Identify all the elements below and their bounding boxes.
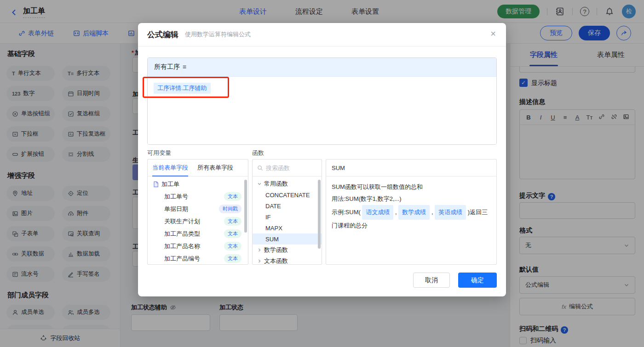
example-token: 数学成绩 [398, 205, 430, 220]
form-doc-icon [153, 181, 159, 188]
cancel-button[interactable]: 取消 [413, 273, 450, 288]
function-search [253, 159, 322, 176]
variables-section-label: 可用变量 [147, 149, 171, 157]
function-item-selected[interactable]: SUM [253, 233, 322, 245]
function-description-panel: SUM SUM函数可以获取一组数值的总和 用法:SUM(数字1,数字2,...)… [326, 159, 497, 265]
function-group-common[interactable]: 常用函数 [253, 178, 322, 189]
chevron-down-icon [257, 182, 262, 186]
formula-expression-area[interactable]: 工序详情.工序辅助 [148, 77, 496, 145]
confirm-button[interactable]: 确定 [458, 273, 497, 288]
field-type-badge: 文本 [224, 192, 242, 201]
variables-scrollbar-thumb[interactable] [244, 180, 247, 233]
function-search-input[interactable] [266, 165, 312, 171]
function-item[interactable]: DATE [253, 200, 322, 211]
example-line: 示例:SUM( 语文成绩 , 数学成绩 , 英语成绩 )返回三门课程的总分 [332, 205, 491, 232]
equals-sign: = [183, 63, 186, 71]
dialog-title: 公式编辑 [147, 29, 178, 40]
dialog-header: 公式编辑 使用数学运算符编辑公式 [138, 23, 506, 46]
dialog-subtitle: 使用数学运算符编辑公式 [185, 30, 251, 39]
tab-current-form-fields[interactable]: 当前表单字段 [148, 159, 193, 176]
function-group-math[interactable]: 数学函数 [253, 245, 322, 256]
variable-row[interactable]: 加工产品名称文本 [148, 240, 248, 252]
description-line: SUM函数可以获取一组数值的总和 [332, 181, 491, 193]
field-type-badge: 时间戳 [219, 205, 242, 213]
search-icon [257, 165, 263, 171]
dialog-footer: 取消 确定 [413, 273, 497, 288]
function-item[interactable]: IF [253, 211, 322, 222]
function-name-header: SUM [326, 159, 496, 176]
variable-row[interactable]: 关联生产计划文本 [148, 215, 248, 228]
variables-tabs: 当前表单字段 所有表单字段 [148, 159, 248, 176]
function-item[interactable]: CONCATENATE [253, 189, 322, 200]
close-icon[interactable]: × [490, 29, 496, 38]
functions-panel: 常用函数 CONCATENATE DATE IF MAPX SUM 数学函数 文… [252, 159, 322, 265]
variable-row[interactable]: 加工产品编号文本 [148, 252, 248, 265]
functions-section-label: 函数 [252, 149, 264, 157]
variable-row[interactable]: 加工单号文本 [148, 190, 248, 203]
example-token: 语文成绩 [362, 205, 393, 220]
tab-all-form-fields[interactable]: 所有表单字段 [193, 159, 238, 176]
formula-target-name: 所有工序 [154, 63, 180, 71]
variables-panel: 当前表单字段 所有表单字段 加工单 加工单号文本 单据日期时间戳 关联生产计划文… [147, 159, 248, 265]
function-group-text[interactable]: 文本函数 [253, 256, 322, 265]
variable-row[interactable]: 加工产品类型文本 [148, 228, 248, 240]
variables-tree-root[interactable]: 加工单 [148, 176, 248, 190]
example-token: 英语成绩 [435, 205, 466, 220]
form-designer-app: 加工单 表单设计 流程设定 表单设置 数据管理 ? 检 表单外链 [0, 0, 644, 347]
function-item[interactable]: MAPX [253, 222, 322, 233]
function-description-body: SUM函数可以获取一组数值的总和 用法:SUM(数字1,数字2,...) 示例:… [326, 176, 496, 236]
formula-editor-box: 所有工序 = 工序详情.工序辅助 [147, 57, 497, 145]
field-type-badge: 文本 [224, 254, 242, 263]
formula-field-token[interactable]: 工序详情.工序辅助 [154, 83, 211, 94]
functions-scrollbar-thumb[interactable] [318, 180, 321, 249]
field-type-badge: 文本 [224, 229, 242, 238]
variable-row[interactable]: 单据日期时间戳 [148, 203, 248, 215]
chevron-right-icon [257, 248, 262, 252]
formula-target-row: 所有工序 = [148, 58, 496, 77]
field-type-badge: 文本 [224, 217, 242, 226]
chevron-right-icon [257, 259, 262, 263]
usage-line: 用法:SUM(数字1,数字2,...) [332, 193, 491, 205]
formula-edit-dialog: 公式编辑 使用数学运算符编辑公式 × 所有工序 = 工序详情.工序辅助 可用变量… [138, 23, 506, 296]
field-type-badge: 文本 [224, 242, 242, 250]
